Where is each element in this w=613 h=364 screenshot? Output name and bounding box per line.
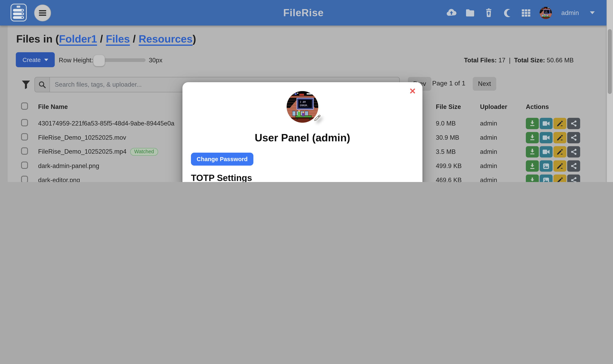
col-header-file-size[interactable]: File Size (436, 103, 461, 110)
preview-button[interactable] (540, 175, 553, 182)
download-button[interactable] (526, 160, 539, 172)
totals-summary: Total Files: 17 | Total Size: 50.66 MB (464, 57, 574, 64)
col-header-actions: Actions (526, 103, 549, 110)
file-size: 3.5 MB (436, 148, 456, 156)
page-status: Page 1 of 1 (432, 80, 465, 87)
file-name[interactable]: dark-admin-panel.png (38, 162, 99, 170)
create-caret-icon (44, 59, 48, 61)
upload-icon[interactable] (446, 8, 457, 18)
row-checkbox[interactable] (21, 119, 28, 126)
file-name[interactable]: 430174959-221f6a53-85f5-48d4-9abe-89445e… (38, 120, 174, 127)
file-uploader: admin (480, 134, 497, 141)
share-button[interactable] (567, 132, 580, 143)
breadcrumb-suffix: ) (193, 33, 196, 45)
breadcrumb-link-resources[interactable]: Resources (139, 33, 193, 45)
folder-icon[interactable] (465, 8, 475, 18)
edit-button[interactable] (553, 132, 566, 143)
user-avatar[interactable] (540, 7, 552, 19)
edit-button[interactable] (553, 175, 566, 182)
row-height-slider[interactable] (94, 58, 146, 62)
file-uploader: admin (480, 148, 497, 156)
file-name[interactable]: FileRise_Demo_10252025.mov (38, 134, 126, 141)
share-button[interactable] (567, 160, 580, 172)
change-password-button[interactable]: Change Password (191, 153, 253, 166)
file-size: 499.9 KB (436, 162, 462, 170)
video-icon (543, 120, 550, 126)
download-button[interactable] (526, 146, 539, 157)
trash-restore-icon[interactable] (484, 8, 494, 18)
edit-pencil-icon (557, 177, 563, 182)
video-icon (543, 135, 550, 141)
create-button-label: Create (23, 56, 41, 63)
dark-mode-moon-icon[interactable] (502, 8, 513, 18)
file-size: 9.0 MB (436, 120, 456, 127)
breadcrumb-link-files[interactable]: Files (106, 33, 130, 45)
edit-pencil-icon (557, 120, 563, 127)
search-icon (38, 80, 46, 89)
col-header-uploader[interactable]: Uploader (480, 103, 507, 110)
share-button[interactable] (567, 175, 580, 182)
preview-button[interactable] (540, 146, 553, 157)
search-button[interactable] (35, 77, 50, 92)
row-checkbox[interactable] (21, 162, 28, 169)
share-button[interactable] (567, 146, 580, 157)
download-button[interactable] (526, 118, 539, 129)
breadcrumb-link-folder1[interactable]: Folder1 (59, 33, 97, 45)
file-uploader: admin (480, 120, 497, 127)
share-icon (571, 149, 577, 155)
download-icon (529, 134, 536, 141)
col-header-file-name[interactable]: File Name (38, 103, 68, 110)
share-icon (571, 177, 577, 182)
close-icon[interactable]: ✕ (409, 87, 416, 95)
preview-button[interactable] (540, 132, 553, 143)
file-name[interactable]: dark-editor.png (38, 177, 80, 182)
edit-pencil-icon (557, 149, 563, 155)
edit-pencil-icon (557, 163, 563, 169)
share-icon (571, 134, 577, 141)
row-height-slider-thumb[interactable] (93, 55, 105, 66)
row-checkbox[interactable] (21, 147, 28, 155)
select-all-checkbox[interactable] (21, 102, 28, 110)
breadcrumb: Files in (Folder1 / Files / Resources) (16, 33, 196, 45)
modal-title: User Panel (admin) (182, 131, 422, 144)
share-icon (571, 120, 577, 127)
filter-funnel-icon[interactable] (21, 79, 31, 90)
totp-settings-heading: TOTP Settings (191, 173, 252, 182)
download-icon (529, 163, 536, 169)
download-icon (529, 148, 536, 155)
watched-badge: Watched (130, 148, 158, 156)
create-button[interactable]: Create (16, 52, 55, 67)
share-button[interactable] (567, 118, 580, 129)
edit-avatar-pencil-icon[interactable] (313, 115, 321, 122)
download-button[interactable] (526, 175, 539, 182)
download-icon (529, 177, 536, 182)
file-name[interactable]: FileRise_Demo_10252025.mp4 (38, 148, 126, 156)
user-caret-icon[interactable] (590, 11, 595, 14)
row-checkbox[interactable] (21, 176, 28, 182)
row-checkbox[interactable] (21, 133, 28, 141)
scrollbar-thumb[interactable] (608, 29, 612, 94)
edit-button[interactable] (553, 118, 566, 129)
totals-divider: | (509, 57, 511, 64)
total-files-value: 17 (499, 57, 506, 64)
breadcrumb-prefix: Files in ( (16, 33, 59, 45)
file-size: 30.9 MB (436, 134, 459, 141)
next-page-button[interactable]: Next (473, 77, 496, 91)
edit-button[interactable] (553, 160, 566, 172)
page-scrollbar[interactable] (607, 0, 613, 182)
total-files-label: Total Files: (464, 57, 497, 64)
image-icon (543, 163, 549, 169)
profile-avatar[interactable] (287, 91, 318, 123)
file-size: 469.6 KB (436, 177, 462, 182)
breadcrumb-sep: / (97, 33, 106, 45)
edit-button[interactable] (553, 146, 566, 157)
download-button[interactable] (526, 132, 539, 143)
row-height-label: Row Height: (59, 57, 93, 64)
preview-button[interactable] (540, 160, 553, 172)
apps-grid-icon[interactable] (521, 8, 531, 18)
preview-button[interactable] (540, 118, 553, 129)
image-icon (543, 177, 549, 182)
user-name[interactable]: admin (561, 9, 579, 16)
share-icon (571, 163, 577, 169)
total-size-value: 50.66 MB (547, 57, 574, 64)
